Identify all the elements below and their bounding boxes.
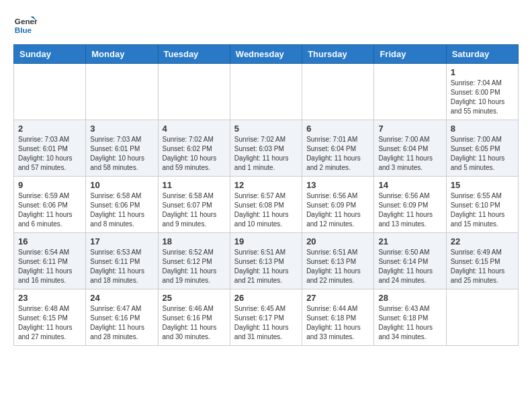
day-info: Sunrise: 7:04 AM Sunset: 6:00 PM Dayligh… <box>451 79 514 116</box>
calendar-cell: 20Sunrise: 6:51 AM Sunset: 6:13 PM Dayli… <box>302 233 374 289</box>
logo: General Blue <box>13 13 38 38</box>
calendar-cell: 11Sunrise: 6:58 AM Sunset: 6:07 PM Dayli… <box>158 177 230 233</box>
calendar-cell <box>86 64 158 120</box>
weekday-header-monday: Monday <box>86 45 158 64</box>
day-info: Sunrise: 6:59 AM Sunset: 6:06 PM Dayligh… <box>18 191 81 229</box>
day-number: 22 <box>451 236 514 246</box>
calendar-cell: 6Sunrise: 7:01 AM Sunset: 6:04 PM Daylig… <box>302 120 374 177</box>
weekday-header-saturday: Saturday <box>446 45 518 64</box>
day-number: 8 <box>451 124 514 134</box>
day-number: 14 <box>378 180 441 190</box>
day-info: Sunrise: 7:02 AM Sunset: 6:03 PM Dayligh… <box>234 135 298 173</box>
calendar-cell <box>14 64 86 120</box>
calendar-cell: 14Sunrise: 6:56 AM Sunset: 6:09 PM Dayli… <box>374 177 446 233</box>
calendar-cell: 3Sunrise: 7:03 AM Sunset: 6:01 PM Daylig… <box>86 120 158 177</box>
calendar-week-row: 9Sunrise: 6:59 AM Sunset: 6:06 PM Daylig… <box>14 177 519 233</box>
calendar-week-row: 16Sunrise: 6:54 AM Sunset: 6:11 PM Dayli… <box>14 233 519 289</box>
calendar-week-row: 23Sunrise: 6:48 AM Sunset: 6:15 PM Dayli… <box>14 289 519 346</box>
calendar-cell: 24Sunrise: 6:47 AM Sunset: 6:16 PM Dayli… <box>86 289 158 346</box>
day-number: 27 <box>306 293 369 303</box>
calendar-cell: 18Sunrise: 6:52 AM Sunset: 6:12 PM Dayli… <box>158 233 230 289</box>
day-info: Sunrise: 7:00 AM Sunset: 6:04 PM Dayligh… <box>378 135 441 173</box>
day-number: 5 <box>234 124 298 134</box>
calendar-cell: 5Sunrise: 7:02 AM Sunset: 6:03 PM Daylig… <box>230 120 302 177</box>
day-number: 18 <box>163 236 226 246</box>
day-number: 15 <box>451 180 514 190</box>
day-number: 1 <box>451 67 514 77</box>
page-header: General Blue <box>13 13 519 38</box>
day-number: 20 <box>306 236 369 246</box>
calendar-cell: 10Sunrise: 6:58 AM Sunset: 6:06 PM Dayli… <box>86 177 158 233</box>
day-number: 17 <box>90 236 153 246</box>
day-info: Sunrise: 6:53 AM Sunset: 6:11 PM Dayligh… <box>90 248 153 285</box>
calendar-cell: 25Sunrise: 6:46 AM Sunset: 6:16 PM Dayli… <box>158 289 230 346</box>
calendar-cell: 15Sunrise: 6:55 AM Sunset: 6:10 PM Dayli… <box>446 177 518 233</box>
day-info: Sunrise: 6:54 AM Sunset: 6:11 PM Dayligh… <box>18 248 81 285</box>
day-number: 4 <box>163 124 226 134</box>
day-info: Sunrise: 6:56 AM Sunset: 6:09 PM Dayligh… <box>378 191 441 229</box>
calendar-week-row: 2Sunrise: 7:03 AM Sunset: 6:01 PM Daylig… <box>14 120 519 177</box>
day-info: Sunrise: 6:52 AM Sunset: 6:12 PM Dayligh… <box>163 248 226 285</box>
svg-text:Blue: Blue <box>15 26 32 34</box>
calendar-cell: 12Sunrise: 6:57 AM Sunset: 6:08 PM Dayli… <box>230 177 302 233</box>
day-info: Sunrise: 6:46 AM Sunset: 6:16 PM Dayligh… <box>163 304 226 342</box>
calendar-cell <box>446 289 518 346</box>
day-info: Sunrise: 7:03 AM Sunset: 6:01 PM Dayligh… <box>18 135 81 173</box>
day-info: Sunrise: 6:56 AM Sunset: 6:09 PM Dayligh… <box>306 191 369 229</box>
day-number: 21 <box>378 236 441 246</box>
day-info: Sunrise: 6:47 AM Sunset: 6:16 PM Dayligh… <box>90 304 153 342</box>
calendar-week-row: 1Sunrise: 7:04 AM Sunset: 6:00 PM Daylig… <box>14 64 519 120</box>
weekday-header-tuesday: Tuesday <box>158 45 230 64</box>
calendar-cell: 1Sunrise: 7:04 AM Sunset: 6:00 PM Daylig… <box>446 64 518 120</box>
day-number: 6 <box>306 124 369 134</box>
weekday-header-sunday: Sunday <box>14 45 86 64</box>
calendar-cell: 17Sunrise: 6:53 AM Sunset: 6:11 PM Dayli… <box>86 233 158 289</box>
day-number: 2 <box>18 124 81 134</box>
day-number: 23 <box>18 293 81 303</box>
day-number: 25 <box>163 293 226 303</box>
day-number: 9 <box>18 180 81 190</box>
day-number: 13 <box>306 180 369 190</box>
day-info: Sunrise: 6:43 AM Sunset: 6:18 PM Dayligh… <box>378 304 441 342</box>
calendar-cell: 4Sunrise: 7:02 AM Sunset: 6:02 PM Daylig… <box>158 120 230 177</box>
calendar-cell: 7Sunrise: 7:00 AM Sunset: 6:04 PM Daylig… <box>374 120 446 177</box>
day-number: 7 <box>378 124 441 134</box>
weekday-header-friday: Friday <box>374 45 446 64</box>
day-number: 26 <box>234 293 298 303</box>
calendar-table: SundayMondayTuesdayWednesdayThursdayFrid… <box>13 44 519 346</box>
day-number: 11 <box>163 180 226 190</box>
day-info: Sunrise: 6:45 AM Sunset: 6:17 PM Dayligh… <box>234 304 298 342</box>
day-info: Sunrise: 7:01 AM Sunset: 6:04 PM Dayligh… <box>306 135 369 173</box>
calendar-cell <box>158 64 230 120</box>
weekday-header-thursday: Thursday <box>302 45 374 64</box>
day-info: Sunrise: 7:03 AM Sunset: 6:01 PM Dayligh… <box>90 135 153 173</box>
day-info: Sunrise: 6:58 AM Sunset: 6:06 PM Dayligh… <box>90 191 153 229</box>
weekday-header-wednesday: Wednesday <box>230 45 302 64</box>
calendar-cell: 2Sunrise: 7:03 AM Sunset: 6:01 PM Daylig… <box>14 120 86 177</box>
calendar-cell: 23Sunrise: 6:48 AM Sunset: 6:15 PM Dayli… <box>14 289 86 346</box>
day-number: 3 <box>90 124 153 134</box>
calendar-cell <box>374 64 446 120</box>
day-info: Sunrise: 6:58 AM Sunset: 6:07 PM Dayligh… <box>163 191 226 229</box>
calendar-cell: 8Sunrise: 7:00 AM Sunset: 6:05 PM Daylig… <box>446 120 518 177</box>
calendar-cell: 22Sunrise: 6:49 AM Sunset: 6:15 PM Dayli… <box>446 233 518 289</box>
day-info: Sunrise: 6:50 AM Sunset: 6:14 PM Dayligh… <box>378 248 441 285</box>
day-number: 19 <box>234 236 298 246</box>
day-info: Sunrise: 6:48 AM Sunset: 6:15 PM Dayligh… <box>18 304 81 342</box>
calendar-cell: 13Sunrise: 6:56 AM Sunset: 6:09 PM Dayli… <box>302 177 374 233</box>
day-number: 16 <box>18 236 81 246</box>
day-info: Sunrise: 7:02 AM Sunset: 6:02 PM Dayligh… <box>163 135 226 173</box>
day-info: Sunrise: 6:51 AM Sunset: 6:13 PM Dayligh… <box>306 248 369 285</box>
calendar-cell: 26Sunrise: 6:45 AM Sunset: 6:17 PM Dayli… <box>230 289 302 346</box>
day-info: Sunrise: 6:55 AM Sunset: 6:10 PM Dayligh… <box>451 191 514 229</box>
calendar-cell <box>302 64 374 120</box>
calendar-cell: 16Sunrise: 6:54 AM Sunset: 6:11 PM Dayli… <box>14 233 86 289</box>
day-number: 12 <box>234 180 298 190</box>
day-number: 10 <box>90 180 153 190</box>
day-info: Sunrise: 6:49 AM Sunset: 6:15 PM Dayligh… <box>451 248 514 285</box>
weekday-header-row: SundayMondayTuesdayWednesdayThursdayFrid… <box>14 45 519 64</box>
logo-icon: General Blue <box>13 13 38 38</box>
day-info: Sunrise: 6:57 AM Sunset: 6:08 PM Dayligh… <box>234 191 298 229</box>
day-info: Sunrise: 6:51 AM Sunset: 6:13 PM Dayligh… <box>234 248 298 285</box>
calendar-cell: 27Sunrise: 6:44 AM Sunset: 6:18 PM Dayli… <box>302 289 374 346</box>
